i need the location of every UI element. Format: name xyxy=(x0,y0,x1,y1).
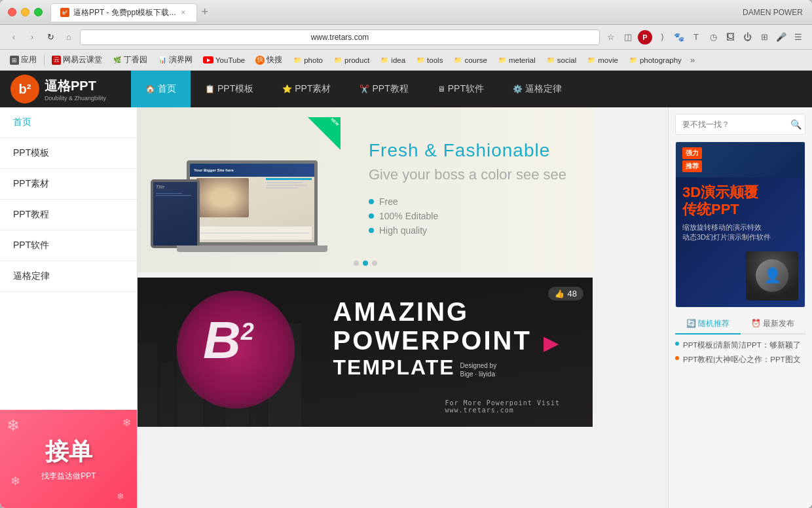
nav-item-home[interactable]: 🏠 首页 xyxy=(131,71,191,107)
bookmark-youtube[interactable]: ▶ YouTube xyxy=(198,54,249,66)
sidebar-item-materials[interactable]: PPT素材 xyxy=(0,169,137,200)
title-bar: b² 逼格PPT - 免费ppt模板下载... ✕ + DAMEN POWER xyxy=(0,0,812,25)
power-icon[interactable]: ⏻ xyxy=(740,30,754,45)
bookmark-neteasy[interactable]: 云 网易云课堂 xyxy=(47,53,107,67)
social-folder-icon: 📁 xyxy=(546,56,555,65)
bookmark-dingxiang[interactable]: 🌿 丁香园 xyxy=(108,53,152,67)
bookmark-course-label: course xyxy=(464,56,487,64)
banner-text: Fresh & Fashionable Give your boss a col… xyxy=(369,140,566,240)
kuai-icon: 快 xyxy=(255,56,265,65)
bookmark-apps[interactable]: ⊞ 应用 xyxy=(5,53,41,67)
pinterest-icon[interactable]: P xyxy=(638,30,652,45)
banner-feature-3: High quality xyxy=(369,225,566,236)
left-sidebar: 首页 PPT模板 PPT素材 PPT教程 PPT软件 逼格定 xyxy=(0,107,138,508)
search-button[interactable]: 🔍 xyxy=(787,115,805,134)
active-tab[interactable]: b² 逼格PPT - 免费ppt模板下载... ✕ xyxy=(50,3,197,22)
photo-folder-icon: 📁 xyxy=(293,56,302,65)
dot-1[interactable] xyxy=(354,261,359,266)
banner-slider[interactable]: Title Your Bigger Site here xyxy=(138,107,593,272)
tab-latest[interactable]: ⏰ 最新发布 xyxy=(741,314,806,335)
bookmark-meterial[interactable]: 📁 meterial xyxy=(493,54,540,67)
ppt-b2-logo: B2 xyxy=(203,310,254,371)
mic-icon[interactable]: 🎤 xyxy=(774,30,788,45)
bookmark-icon[interactable]: ☆ xyxy=(604,30,618,45)
tab-random[interactable]: 🔄 随机推荐 xyxy=(675,314,741,335)
bookmark-yanjiewan[interactable]: 📊 演界网 xyxy=(153,53,197,67)
laptop-topbar: Your Bigger Site here xyxy=(190,164,314,177)
laptop-base xyxy=(177,245,327,252)
ppt-card[interactable]: B2 AMAZING POWERPOINT ▶ TEMPLATE Designe… xyxy=(138,278,593,427)
bookmark-idea[interactable]: 📁 idea xyxy=(375,54,410,67)
bookmark-photography[interactable]: 📁 photography xyxy=(624,54,686,67)
tablet-device: Title xyxy=(151,179,200,248)
extension-icon[interactable]: ⊞ xyxy=(757,30,771,45)
banner-feature-2: 100% Editable xyxy=(369,211,566,221)
nav-item-tutorials[interactable]: ✂️ PPT教程 xyxy=(345,71,422,107)
ppt-powerpoint-label: POWERPOINT xyxy=(333,326,532,355)
clock-icon[interactable]: ◷ xyxy=(706,30,720,45)
paw-icon[interactable]: 🐾 xyxy=(672,30,686,45)
rec-text-1: PPT模板|清新简洁PPT：够新颖了 xyxy=(683,340,801,350)
reader-icon[interactable]: ◫ xyxy=(621,30,635,45)
bookmark-social[interactable]: 📁 social xyxy=(542,54,581,67)
ppt-b2-sup: 2 xyxy=(241,318,254,345)
tab-area: b² 逼格PPT - 免费ppt模板下载... ✕ + xyxy=(50,3,804,22)
dot-3[interactable] xyxy=(372,261,377,266)
banner-feature-1: Free xyxy=(369,196,566,207)
main-area: 首页 PPT模板 PPT素材 PPT教程 PPT软件 逼格定 xyxy=(0,107,812,508)
laptop-img-content xyxy=(196,178,249,217)
lc-line-3 xyxy=(266,185,307,186)
bookmark-photo[interactable]: 📁 photo xyxy=(288,54,327,67)
random-label: 随机推荐 xyxy=(698,318,729,329)
ad-desc-1: 缩放旋转移动的演示特效 xyxy=(682,223,798,232)
bookmark-course[interactable]: 📁 course xyxy=(449,54,492,67)
bookmark-product[interactable]: 📁 product xyxy=(329,54,374,67)
minimize-button[interactable] xyxy=(21,8,29,16)
arrow-icon[interactable]: ⟩ xyxy=(655,30,669,45)
search-input[interactable] xyxy=(676,115,787,134)
sidebar-item-rules[interactable]: 逼格定律 xyxy=(0,261,137,292)
bookmark-idea-label: idea xyxy=(391,56,405,64)
ad-badge-rec: 推荐 xyxy=(682,160,702,172)
ad-person-image: 👤 xyxy=(746,251,798,300)
home-button[interactable]: ⌂ xyxy=(62,30,76,45)
nav-item-rules[interactable]: ⚙️ 逼格定律 xyxy=(498,71,576,107)
like-badge[interactable]: 👍 48 xyxy=(548,287,583,300)
sidebar-item-templates[interactable]: PPT模板 xyxy=(0,138,137,169)
lc-line-1 xyxy=(266,178,312,180)
sidebar-item-tutorials[interactable]: PPT教程 xyxy=(0,200,137,230)
rec-item-2[interactable]: PPT教程|大神呕心之作：PPT图文 xyxy=(675,354,805,365)
sidebar-item-home[interactable]: 首页 xyxy=(0,107,137,138)
maximize-button[interactable] xyxy=(34,8,43,16)
youtube-icon: ▶ xyxy=(203,56,213,64)
shield-icon[interactable]: T xyxy=(689,30,703,45)
ppt-amazing-text: AMAZING xyxy=(333,297,560,326)
tab-close-icon[interactable]: ✕ xyxy=(179,9,187,16)
menu-icon[interactable]: ☰ xyxy=(791,30,805,45)
bookmarks-bar: ⊞ 应用 云 网易云课堂 🌿 丁香园 📊 演界网 ▶ YouTube 快 快搜 … xyxy=(0,50,812,71)
nav-item-software[interactable]: 🖥 PPT软件 xyxy=(423,71,498,107)
bookmark-kuai[interactable]: 快 快搜 xyxy=(251,53,287,67)
nav-item-materials[interactable]: ⭐ PPT素材 xyxy=(268,71,345,107)
close-button[interactable] xyxy=(8,8,16,16)
sidebar-item-software[interactable]: PPT软件 xyxy=(0,230,137,261)
sidebar-ad[interactable]: ❄ ❄ ❄ ❄ 接单 找李益达做PPT xyxy=(0,410,138,508)
reload-button[interactable]: ↻ xyxy=(43,30,58,45)
logo-main-text: 逼格PPT xyxy=(45,77,106,95)
dot-2[interactable] xyxy=(363,261,368,266)
back-button[interactable]: ‹ xyxy=(7,30,21,45)
bookmarks-more[interactable]: » xyxy=(688,55,697,65)
bookmark-movie[interactable]: 📁 movie xyxy=(582,54,623,67)
rec-item-1[interactable]: PPT模板|清新简洁PPT：够新颖了 xyxy=(675,340,805,350)
ad-title-line2: 传统PPT xyxy=(682,201,739,217)
forward-button[interactable]: › xyxy=(25,30,39,45)
ad-badges: 强力 推荐 xyxy=(682,147,702,172)
shop-icon[interactable]: ⛾ xyxy=(723,30,737,45)
bookmark-tools[interactable]: 📁 tools xyxy=(411,54,447,67)
corner-badge-container: NEW xyxy=(308,117,341,150)
right-ad-banner[interactable]: 强力 推荐 3D演示颠覆 传统PPT 缩放旋转移动的演示特 xyxy=(675,141,805,308)
nav-item-templates[interactable]: 📋 PPT模板 xyxy=(191,71,268,107)
new-tab-button[interactable]: + xyxy=(201,5,208,19)
address-input[interactable] xyxy=(80,29,600,45)
logo-sub-text: Doubility & Zhuangbility xyxy=(45,95,106,101)
